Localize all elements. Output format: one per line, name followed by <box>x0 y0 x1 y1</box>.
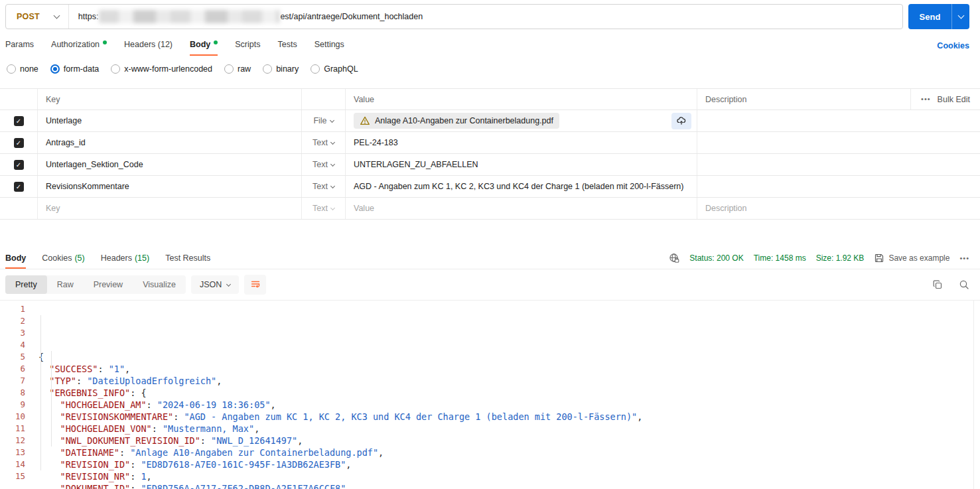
description-cell[interactable] <box>697 110 980 131</box>
tab-settings[interactable]: Settings <box>315 37 344 56</box>
line-number: 6 <box>0 363 25 375</box>
response-tab-cookies[interactable]: Cookies(5) <box>42 249 84 269</box>
code-lines[interactable]: { "SUCCESS": "1", "TYP": "DateiUploadErf… <box>33 301 973 489</box>
format-select[interactable]: JSON <box>191 275 239 294</box>
bulk-edit-button[interactable]: Bulk Edit <box>938 95 970 104</box>
time-badge[interactable]: Time: 1458 ms <box>754 253 806 263</box>
view-mode-preview[interactable]: Preview <box>84 275 133 294</box>
view-mode-pretty[interactable]: Pretty <box>5 275 47 294</box>
tab-headers[interactable]: Headers (12) <box>124 37 173 56</box>
key-cell[interactable]: Antrags_id <box>37 132 301 153</box>
line-number: 12 <box>0 435 25 447</box>
code-line: { <box>38 351 973 363</box>
status-badge[interactable]: Status: 200 OK <box>689 253 743 263</box>
value-cell[interactable]: Anlage A10-Angaben zur Containerbeladung… <box>345 110 697 131</box>
tab-params[interactable]: Params <box>5 37 34 56</box>
globe-lock-icon[interactable] <box>669 253 679 263</box>
line-number: 11 <box>0 423 25 435</box>
description-cell[interactable] <box>697 176 980 197</box>
search-icon[interactable] <box>959 279 969 290</box>
tab-scripts[interactable]: Scripts <box>235 37 260 56</box>
table-row: ✓ Unterlagen_Sektion_Code Text UNTERLAGE… <box>0 154 980 176</box>
table-row-empty: Key Text Value Description <box>0 198 980 220</box>
size-badge[interactable]: Size: 1.92 KB <box>816 253 865 263</box>
file-chip[interactable]: Anlage A10-Angaben zur Containerbeladung… <box>354 113 559 129</box>
response-tabs: Body Cookies(5) Headers(15) Test Results <box>5 249 210 269</box>
radio-label: form-data <box>64 64 100 74</box>
send-button-group: Send <box>908 4 969 29</box>
type-select[interactable]: Text <box>301 132 345 153</box>
response-tab-headers[interactable]: Headers(15) <box>101 249 149 269</box>
key-cell[interactable]: Key <box>37 198 301 219</box>
body-type-none[interactable]: none <box>7 64 38 74</box>
code-line: "SUCCESS": "1", <box>38 363 973 375</box>
key-cell[interactable]: Unterlagen_Sektion_Code <box>37 154 301 175</box>
type-select[interactable]: Text <box>301 198 345 219</box>
tab-label: Settings <box>315 40 344 49</box>
type-select[interactable]: Text <box>301 176 345 197</box>
code-line: "REVISION_NR": 1, <box>38 470 973 482</box>
row-checkbox[interactable]: ✓ <box>14 160 24 170</box>
body-type-graphql[interactable]: GraphQL <box>311 64 358 74</box>
table-row: ✓ RevisionsKommentare Text AGD - Angaben… <box>0 176 980 198</box>
save-as-example-button[interactable]: Save as example <box>874 253 949 263</box>
chevron-down-icon <box>330 205 335 210</box>
header-description: Description <box>697 89 910 109</box>
more-actions-icon[interactable]: ••• <box>921 96 931 103</box>
body-type-form-data[interactable]: form-data <box>50 64 100 74</box>
chevron-down-icon <box>957 12 964 19</box>
description-cell[interactable]: Description <box>697 198 980 219</box>
type-select[interactable]: Text <box>301 154 345 175</box>
value-cell[interactable]: UNTERLAGEN_ZU_ABFAELLEN <box>345 154 697 175</box>
key-cell[interactable]: Unterlage <box>37 110 301 131</box>
url-box: POST https:est/api/antraege/Dokument_hoc… <box>5 4 903 29</box>
beautify-button[interactable] <box>244 275 266 295</box>
save-as-example-label: Save as example <box>888 253 949 263</box>
response-toolbar: Pretty Raw Preview Visualize JSON <box>0 269 980 300</box>
cookies-link[interactable]: Cookies <box>937 41 969 56</box>
time-value: 1458 ms <box>776 253 806 263</box>
more-options-icon[interactable]: ••• <box>959 255 969 262</box>
tab-label: Tests <box>277 40 297 49</box>
view-mode-visualize[interactable]: Visualize <box>133 275 186 294</box>
body-type-raw[interactable]: raw <box>224 64 251 74</box>
scrollbar-track[interactable] <box>973 301 980 489</box>
value-cell[interactable]: Value <box>345 198 697 219</box>
body-type-x-www-form-urlencoded[interactable]: x-www-form-urlencoded <box>111 64 212 74</box>
copy-icon[interactable] <box>932 279 943 290</box>
send-options-button[interactable] <box>951 4 969 29</box>
view-mode-raw[interactable]: Raw <box>47 275 84 294</box>
status-label: Status: <box>689 253 714 263</box>
radio-icon <box>111 64 120 74</box>
request-url-bar: POST https:est/api/antraege/Dokument_hoc… <box>0 0 980 29</box>
response-tab-test-results[interactable]: Test Results <box>165 249 210 269</box>
tab-tests[interactable]: Tests <box>277 37 297 56</box>
type-select[interactable]: File <box>301 110 345 131</box>
row-checkbox[interactable]: ✓ <box>14 138 24 148</box>
description-cell[interactable] <box>697 132 980 153</box>
url-input[interactable]: https:est/api/antraege/Dokument_hochlade… <box>69 5 902 29</box>
save-icon <box>874 253 884 263</box>
tab-authorization[interactable]: Authorization <box>51 37 107 56</box>
chevron-down-icon <box>330 161 335 166</box>
key-cell[interactable]: RevisionsKommentare <box>37 176 301 197</box>
code-line: "TYP": "DateiUploadErfolgreich", <box>38 375 973 387</box>
line-number: 7 <box>0 375 25 387</box>
response-body-viewer[interactable]: 123456789101112131415 { "SUCCESS": "1", … <box>0 300 980 489</box>
upload-file-button[interactable] <box>671 113 691 129</box>
code-line: "REVISIONSKOMMENTARE": "AGD - Angaben zu… <box>38 411 973 423</box>
row-checkbox[interactable]: ✓ <box>14 116 24 126</box>
body-type-selector: none form-data x-www-form-urlencoded raw… <box>0 56 980 82</box>
radio-icon <box>263 64 272 74</box>
beautify-icon <box>250 279 261 290</box>
method-select[interactable]: POST <box>6 5 69 29</box>
body-type-binary[interactable]: binary <box>263 64 299 74</box>
radio-label: x-www-form-urlencoded <box>124 64 212 74</box>
send-button[interactable]: Send <box>908 4 951 29</box>
description-cell[interactable] <box>697 154 980 175</box>
row-checkbox[interactable]: ✓ <box>14 182 24 192</box>
value-cell[interactable]: PEL-24-183 <box>345 132 697 153</box>
value-cell[interactable]: AGD - Angaben zum KC 1, KC 2, KC3 und KC… <box>345 176 697 197</box>
tab-body[interactable]: Body <box>190 37 218 56</box>
response-tab-body[interactable]: Body <box>5 249 26 269</box>
